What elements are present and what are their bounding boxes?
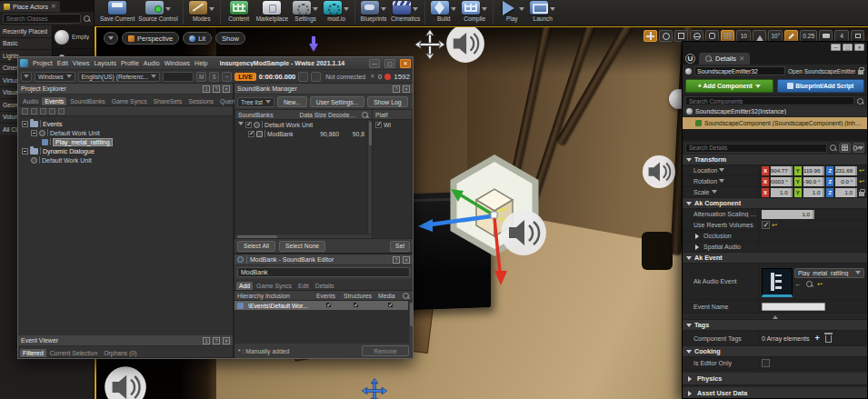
chevron-down-icon[interactable] bbox=[451, 7, 456, 14]
rotation-label[interactable]: Rotation bbox=[683, 176, 759, 186]
content-button[interactable]: Content bbox=[225, 1, 253, 22]
viewport-options-button[interactable] bbox=[104, 32, 118, 45]
expand-all-icon[interactable] bbox=[31, 108, 37, 115]
sync-icon[interactable] bbox=[58, 108, 65, 115]
component-tags-label[interactable]: Component Tags bbox=[683, 331, 759, 345]
events-checkbox[interactable] bbox=[325, 302, 332, 308]
view-mode-dropdown[interactable]: Tree list bbox=[237, 97, 274, 107]
list-item-empty-actor[interactable]: Empty bbox=[53, 25, 94, 49]
soundscape-component-row[interactable]: SoundscapeComponent (SoundscapeComponent… bbox=[683, 117, 867, 129]
chevron-down-icon[interactable] bbox=[381, 7, 386, 14]
checkbox[interactable] bbox=[248, 131, 254, 137]
close-icon[interactable]: ✕ bbox=[223, 337, 230, 344]
actor-name-input[interactable] bbox=[694, 66, 785, 75]
blueprint-add-script-button[interactable]: Blueprint/Add Script bbox=[777, 79, 865, 93]
scale-z-field[interactable]: 1.0 bbox=[835, 188, 857, 197]
save-current-button[interactable]: Save Current bbox=[100, 1, 135, 22]
ak-event-thumbnail[interactable] bbox=[762, 268, 793, 297]
tab-sharesets[interactable]: ShareSets bbox=[151, 97, 185, 105]
minimize-button[interactable]: — bbox=[831, 44, 841, 51]
tab-game-syncs[interactable]: Game Syncs bbox=[109, 97, 150, 105]
tab-place-actors[interactable]: Place Actors ✕ bbox=[0, 1, 60, 12]
ak-audio-event-label[interactable]: Ak Audio Event bbox=[683, 264, 759, 299]
browse-icon[interactable] bbox=[805, 280, 813, 288]
lock-scale-icon[interactable] bbox=[859, 192, 864, 196]
table-row-default-work-unit[interactable]: Default Work Unit bbox=[235, 120, 367, 129]
tab-soundbanks[interactable]: SoundBanks bbox=[67, 97, 108, 105]
section-cooking[interactable]: Cooking bbox=[683, 346, 867, 357]
event-name-input[interactable] bbox=[762, 303, 825, 311]
section-tags[interactable]: Tags bbox=[683, 320, 867, 331]
translate-tool-button[interactable] bbox=[644, 30, 657, 42]
build-button[interactable]: Build bbox=[430, 1, 457, 22]
reset-icon[interactable]: ↩ bbox=[817, 281, 823, 288]
layout-dropdown[interactable] bbox=[21, 72, 32, 82]
maximize-button[interactable]: ▢ bbox=[843, 44, 853, 51]
event-viewer-title-bar[interactable]: Event Viewer 1 ? ✕ bbox=[18, 335, 233, 346]
move-cross-gizmo-icon[interactable] bbox=[414, 29, 445, 60]
modio-button[interactable]: mod.io bbox=[323, 1, 350, 22]
live-badge[interactable]: LIVE bbox=[234, 73, 256, 81]
transport-object-field[interactable] bbox=[163, 72, 194, 82]
spatial-audio-row[interactable]: Spatial Audio bbox=[683, 242, 867, 253]
trash-icon[interactable] bbox=[825, 335, 832, 343]
play-button[interactable]: Play bbox=[498, 1, 525, 22]
checkbox[interactable] bbox=[245, 122, 252, 128]
is-editor-only-label[interactable]: Is Editor Only bbox=[683, 357, 759, 369]
menu-project[interactable]: Project bbox=[33, 60, 53, 66]
soundbank-manager-title-bar[interactable]: SoundBank Manager ? ✕ bbox=[234, 84, 413, 95]
section-ak-component[interactable]: Ak Component bbox=[683, 198, 867, 209]
help-icon[interactable]: ? bbox=[393, 85, 400, 93]
close-button[interactable]: ✕ bbox=[400, 59, 411, 68]
help-icon[interactable]: ? bbox=[213, 337, 220, 344]
table-row-modbank[interactable]: ModBank 90,860 90,8 bbox=[235, 129, 367, 138]
follow-button[interactable] bbox=[311, 72, 321, 82]
chevron-down-icon[interactable] bbox=[165, 7, 171, 14]
column-hierarchy-inclusion[interactable]: Hierarchy Inclusion bbox=[237, 293, 314, 299]
language-dropdown[interactable]: English(US) (Referenc... bbox=[78, 72, 161, 82]
menu-edit[interactable]: Edit bbox=[57, 60, 68, 66]
soundbank-name-input[interactable] bbox=[237, 267, 410, 277]
minimize-button[interactable]: — bbox=[369, 59, 380, 68]
vertical-scrollbar[interactable] bbox=[408, 301, 413, 344]
scale-label[interactable]: Scale bbox=[683, 187, 759, 197]
section-ak-event[interactable]: Ak Event bbox=[683, 253, 867, 264]
platform-dropdown[interactable]: Windows bbox=[35, 72, 75, 82]
filter-icon[interactable] bbox=[22, 108, 28, 115]
chevron-down-icon[interactable] bbox=[313, 7, 318, 14]
tab-filtered[interactable]: Filtered bbox=[20, 349, 46, 357]
tree-item-default-work-unit-2[interactable]: Default Work Unit bbox=[18, 155, 233, 165]
speaker-billboard-icon[interactable] bbox=[445, 26, 485, 64]
search-details-input[interactable] bbox=[685, 144, 827, 153]
category-recently-placed[interactable]: Recently Placed bbox=[0, 25, 52, 38]
add-component-button[interactable]: + Add Component bbox=[685, 79, 773, 93]
occlusion-row[interactable]: Occlusion bbox=[683, 231, 867, 242]
compile-button[interactable]: Compile bbox=[461, 1, 488, 22]
menu-views[interactable]: Views bbox=[73, 60, 90, 66]
remove-button[interactable]: Remove bbox=[362, 345, 409, 356]
rotation-x-field[interactable]: 0.00003 ° bbox=[771, 177, 793, 186]
chevron-down-icon[interactable] bbox=[413, 7, 418, 14]
tab-audio[interactable]: Audio bbox=[20, 97, 41, 105]
tree-item-default-work-unit[interactable]: Default Work Unit bbox=[18, 128, 233, 137]
close-icon[interactable]: ✕ bbox=[223, 85, 230, 93]
rotation-y-field[interactable]: -90.0 ° bbox=[803, 177, 825, 186]
platform-row-windows[interactable]: Wi bbox=[373, 120, 412, 129]
section-physics[interactable]: Physics bbox=[683, 373, 867, 385]
wwise-title-bar[interactable]: Project Edit Views Layouts Profile Audio… bbox=[18, 57, 413, 69]
use-reverb-checkbox[interactable] bbox=[762, 221, 770, 229]
solo-button[interactable]: S bbox=[209, 72, 219, 82]
chevron-down-icon[interactable] bbox=[550, 7, 555, 14]
column-events[interactable]: Events bbox=[316, 293, 342, 299]
blueprints-button[interactable]: Blueprints bbox=[360, 1, 387, 22]
expander-icon[interactable] bbox=[238, 122, 244, 128]
tab-details[interactable]: Details bbox=[313, 282, 337, 290]
column-structures[interactable]: Structures bbox=[344, 293, 376, 299]
horizontal-scrollbar[interactable] bbox=[235, 234, 372, 238]
collapse-strip[interactable] bbox=[683, 314, 867, 320]
reset-icon[interactable]: ↩ bbox=[772, 222, 777, 229]
waveform-button[interactable]: ~ bbox=[222, 72, 232, 82]
close-icon[interactable]: ✕ bbox=[403, 256, 410, 264]
show-flags-button[interactable]: Show bbox=[215, 32, 245, 45]
cinematics-button[interactable]: Cinematics bbox=[391, 1, 420, 22]
